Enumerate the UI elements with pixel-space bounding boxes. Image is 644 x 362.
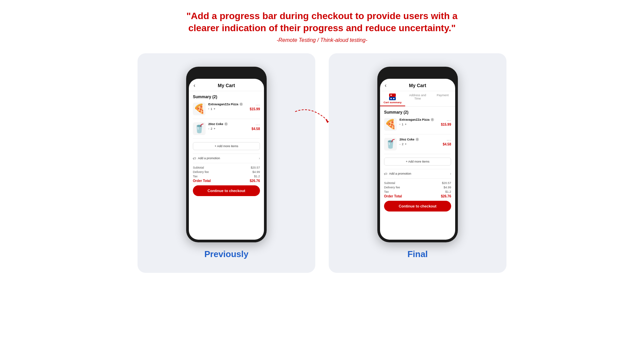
dominos-logo [389, 94, 396, 100]
tab-address-time[interactable]: Address and Time [405, 91, 430, 106]
delivery-row: Delivery fee $4.99 [193, 170, 260, 174]
qty-icon: ▪ [208, 107, 209, 110]
back-arrow-icon[interactable]: ‹ [194, 82, 195, 88]
tax-label: Tax [193, 175, 198, 178]
svg-rect-2 [389, 97, 396, 100]
final-delivery-label: Delivery fee [384, 186, 400, 189]
pizza-info-icon[interactable]: i [239, 103, 243, 106]
final-qty-icon: ▪ [399, 123, 400, 126]
final-screen-title: My Cart [409, 83, 426, 88]
previous-phone-screen: ‹ My Cart Summary (2) 🍕 ExtravaganZZa Pi… [189, 79, 264, 240]
pizza-details: ExtravaganZZa Pizza i ▪ 1 + [208, 103, 250, 111]
final-tag-icon: 🏷 [384, 172, 387, 176]
previous-promotion-row[interactable]: 🏷 Add a promotion › [193, 154, 260, 163]
coke-info-icon[interactable]: i [224, 122, 228, 126]
subtotal-label: Subtotal [193, 166, 204, 169]
previous-cart-content: Summary (2) 🍕 ExtravaganZZa Pizza i [189, 91, 264, 199]
final-checkout-button[interactable]: Continue to checkout [384, 201, 451, 212]
promotion-left: 🏷 Add a promotion [193, 157, 220, 160]
final-coke-qty: - 2 + [399, 142, 443, 146]
pizza-name: ExtravaganZZa Pizza i [208, 103, 250, 106]
coke-qty: - 2 + [208, 127, 252, 130]
final-order-total-label: Order Total [384, 194, 402, 198]
final-phone-screen: ‹ My Cart Cart summary [380, 79, 455, 240]
previous-summary-heading: Summary (2) [193, 95, 260, 99]
pizza-qty: ▪ 1 + [208, 107, 250, 111]
final-order-total-row: Order Total $26.76 [384, 194, 451, 198]
address-time-tab-label: Address and Time [409, 94, 426, 100]
subtotal-row: Subtotal $20.57 [193, 166, 260, 169]
svg-marker-0 [325, 119, 329, 123]
previous-screen-title: My Cart [218, 83, 235, 88]
comparison-container: ‹ My Cart Summary (2) 🍕 ExtravaganZZa Pi… [138, 53, 506, 273]
pizza-image: 🍕 [193, 103, 206, 115]
coke-name: 20oz Coke i [208, 122, 252, 126]
tag-icon: 🏷 [193, 157, 196, 160]
tab-payment[interactable]: Payment [430, 91, 455, 106]
quote-text: "Add a progress bar during checkout to p… [171, 10, 473, 35]
order-total-value: $26.76 [250, 179, 260, 183]
previous-phone-frame: ‹ My Cart Summary (2) 🍕 ExtravaganZZa Pi… [186, 67, 267, 242]
final-promotion-row[interactable]: 🏷 Add a promotion › [384, 169, 451, 179]
coke-price: $4.58 [252, 127, 260, 131]
final-pizza-details: ExtravaganZZa Pizza i ▪ 1 + [399, 118, 441, 126]
final-panel: ‹ My Cart Cart summary [329, 53, 506, 273]
final-price-breakdown: Subtotal $20.57 Delivery fee $4.99 Tax $… [384, 181, 451, 198]
final-coke-emoji-icon: 🥤 [385, 139, 396, 149]
final-back-arrow-icon[interactable]: ‹ [385, 82, 386, 88]
previous-coke-item: 🥤 20oz Coke i - 2 + [193, 122, 260, 139]
promotion-label: Add a promotion [198, 157, 220, 160]
final-phone-notch [404, 69, 431, 77]
coke-emoji-icon: 🥤 [194, 123, 205, 134]
final-pizza-item: 🍕 ExtravaganZZa Pizza i ▪ 1 + [384, 118, 451, 134]
pizza-menu-icon[interactable]: ··· [256, 103, 260, 107]
final-tax-row: Tax $1.2 [384, 190, 451, 193]
previous-pizza-item: 🍕 ExtravaganZZa Pizza i ▪ 1 + [193, 103, 260, 119]
final-pizza-menu-icon[interactable]: ··· [447, 118, 451, 123]
coke-image: 🥤 [193, 122, 206, 135]
cart-summary-tab-label: Cart summary [383, 101, 401, 104]
svg-rect-1 [389, 94, 396, 97]
tab-cart-summary[interactable]: Cart summary [380, 91, 405, 106]
final-pizza-emoji-icon: 🍕 [385, 119, 396, 130]
promotion-arrow-icon: › [259, 157, 260, 160]
delivery-value: $4.99 [252, 170, 260, 174]
final-summary-heading: Summary (2) [384, 110, 451, 115]
final-pizza-info-icon[interactable]: i [431, 118, 434, 121]
final-pizza-price: $15.99 [441, 123, 451, 126]
delivery-label: Delivery fee [193, 170, 209, 174]
dashed-arrow-icon [292, 108, 332, 128]
order-total-row: Order Total $26.76 [193, 179, 260, 183]
final-tax-label: Tax [384, 190, 389, 193]
previous-price-breakdown: Subtotal $20.57 Delivery fee $4.99 Tax $… [193, 166, 260, 183]
final-label: Final [408, 249, 428, 259]
final-phone-frame: ‹ My Cart Cart summary [377, 67, 458, 242]
final-subtotal-label: Subtotal [384, 181, 395, 185]
payment-tab-label: Payment [437, 94, 449, 97]
final-order-total-value: $26.76 [441, 194, 451, 198]
final-coke-info-icon[interactable]: i [416, 138, 419, 141]
previously-panel: ‹ My Cart Summary (2) 🍕 ExtravaganZZa Pi… [138, 53, 315, 273]
coke-details: 20oz Coke i - 2 + [208, 122, 252, 130]
final-cart-content: Summary (2) 🍕 ExtravaganZZa Pizza i [380, 107, 455, 215]
order-total-label: Order Total [193, 179, 211, 183]
tax-value: $1.2 [254, 175, 260, 178]
previous-checkout-button[interactable]: Continue to checkout [193, 185, 260, 196]
previous-add-more-button[interactable]: + Add more items [193, 142, 260, 150]
final-coke-menu-icon[interactable]: ··· [447, 138, 451, 142]
svg-point-4 [393, 98, 394, 99]
final-coke-details: 20oz Coke i - 2 + [399, 138, 443, 146]
final-add-more-button[interactable]: + Add more items [384, 158, 451, 166]
final-coke-image: 🥤 [384, 138, 397, 150]
quote-source: -Remote Testing / Think-aloud testing- [171, 37, 473, 43]
final-pizza-image: 🍕 [384, 118, 397, 131]
final-promotion-left: 🏷 Add a promotion [384, 172, 411, 176]
final-tax-value: $1.2 [445, 190, 451, 193]
previously-label: Previously [204, 249, 249, 259]
final-coke-price: $4.58 [443, 142, 451, 146]
coke-menu-icon[interactable]: ··· [256, 122, 260, 127]
svg-point-5 [390, 98, 392, 99]
final-subtotal-value: $20.57 [442, 181, 451, 185]
previous-screen-header: ‹ My Cart [189, 79, 264, 91]
final-coke-item: 🥤 20oz Coke i - 2 + [384, 138, 451, 154]
